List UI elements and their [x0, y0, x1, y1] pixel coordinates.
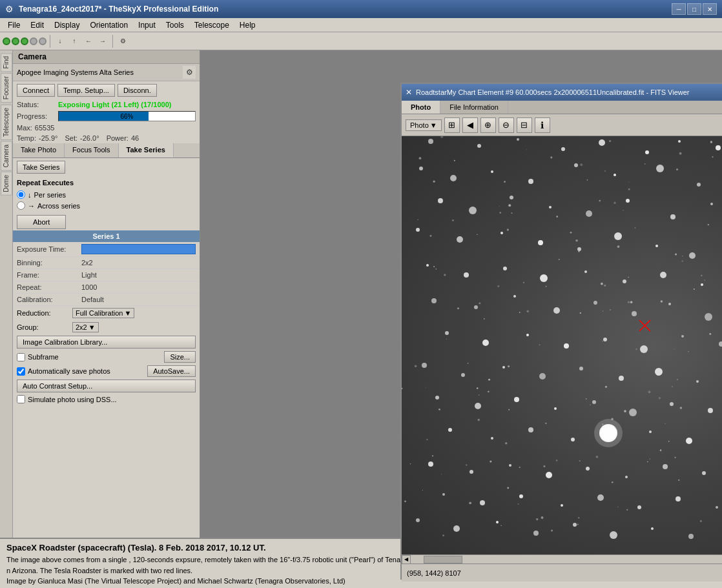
take-series-row: Take Series: [13, 158, 200, 176]
fits-zoom-fit-btn[interactable]: ⊟: [517, 117, 532, 133]
menu-orientation[interactable]: Orientation: [85, 19, 133, 31]
svg-point-286: [570, 232, 572, 234]
svg-point-278: [659, 397, 661, 400]
svg-point-2: [517, 138, 519, 141]
svg-point-319: [504, 181, 506, 183]
power-label: Power:: [107, 134, 129, 142]
scroll-left-arrow[interactable]: ◀: [402, 555, 411, 564]
svg-point-153: [453, 525, 460, 532]
star-field-container[interactable]: [402, 136, 722, 554]
toolbar-down-arrow[interactable]: ↓: [54, 35, 67, 48]
toolbar-up-arrow[interactable]: ↑: [68, 35, 81, 48]
svg-point-41: [538, 240, 543, 245]
subframe-checkbox[interactable]: [17, 353, 25, 361]
toolbar-settings[interactable]: ⚙: [116, 35, 129, 48]
vtab-dome[interactable]: Dome: [1, 172, 12, 196]
svg-point-252: [430, 235, 432, 237]
autosave-checkbox[interactable]: [17, 367, 25, 376]
maximize-button[interactable]: □: [687, 3, 701, 15]
vtab-telescope[interactable]: Telescope: [1, 105, 12, 140]
close-button[interactable]: ✕: [703, 3, 717, 15]
camera-settings-btn[interactable]: ⚙: [183, 66, 196, 79]
minimize-button[interactable]: ─: [672, 3, 686, 15]
fits-dropdown-label: Photo: [410, 121, 429, 129]
svg-point-270: [545, 423, 546, 424]
fits-tab-file-info[interactable]: File Information: [440, 101, 508, 114]
autosave-button[interactable]: AutoSave...: [147, 365, 196, 377]
svg-point-326: [603, 310, 603, 311]
svg-point-208: [682, 256, 683, 256]
frame-value: Light: [81, 271, 97, 279]
svg-point-144: [597, 494, 604, 501]
disconnect-button[interactable]: Disconn.: [118, 84, 157, 97]
exposure-time-input[interactable]: 60: [81, 244, 196, 254]
menu-help[interactable]: Help: [234, 19, 261, 31]
svg-point-176: [628, 277, 629, 278]
vtab-focuser[interactable]: Focuser: [1, 73, 12, 103]
abort-button[interactable]: Abort: [17, 215, 66, 229]
svg-point-309: [477, 387, 479, 389]
progress-label: Progress:: [17, 112, 56, 120]
svg-point-116: [448, 428, 452, 432]
library-button[interactable]: Image Calibration Library...: [17, 336, 196, 349]
fits-title-bar: ✕ RoadtstarMy Chart Element #9 60.000sec…: [402, 84, 722, 101]
menu-tools[interactable]: Tools: [161, 19, 189, 31]
fits-info-btn[interactable]: ℹ: [535, 117, 550, 133]
tab-take-photo[interactable]: Take Photo: [13, 143, 65, 157]
fits-zoom-in-btn[interactable]: ⊕: [480, 117, 496, 133]
svg-point-119: [571, 438, 575, 441]
image-wrapper: ▲ ▼: [402, 136, 722, 554]
scroll-thumb-h[interactable]: [424, 556, 462, 563]
toolbar-left-arrow[interactable]: ←: [82, 35, 95, 48]
svg-point-54: [540, 274, 548, 282]
across-series-radio[interactable]: [17, 201, 25, 210]
fits-zoom-out-btn[interactable]: ⊖: [499, 117, 514, 133]
fits-grid-btn[interactable]: ⊞: [444, 117, 460, 133]
simulate-checkbox[interactable]: [17, 395, 25, 403]
svg-point-177: [710, 141, 713, 143]
fits-viewer-title: RoadtstarMy Chart Element #9 60.000secs …: [416, 88, 722, 96]
menu-edit[interactable]: Edit: [25, 19, 49, 31]
svg-point-178: [526, 149, 527, 150]
svg-point-255: [433, 266, 435, 267]
fits-fit-btn[interactable]: ◀: [462, 117, 478, 133]
svg-point-143: [561, 504, 563, 507]
temp-setup-button[interactable]: Temp. Setup...: [57, 84, 115, 97]
menu-input[interactable]: Input: [133, 19, 161, 31]
status-circle-4: [30, 37, 37, 45]
svg-point-299: [681, 260, 683, 262]
subtabs: Take Photo Focus Tools Take Series: [13, 143, 200, 158]
svg-point-145: [637, 505, 641, 509]
menu-file[interactable]: File: [3, 19, 25, 31]
svg-point-227: [578, 251, 579, 252]
per-series-radio[interactable]: [17, 190, 25, 199]
menu-display[interactable]: Display: [49, 19, 85, 31]
menu-telescope[interactable]: Telescope: [189, 19, 234, 31]
per-series-arrow: ↓: [28, 191, 32, 199]
svg-point-168: [578, 517, 579, 518]
group-dropdown[interactable]: 2x2 ▼: [72, 322, 99, 332]
vtab-camera[interactable]: Camera: [1, 141, 12, 171]
binning-row: Binning: 2x2: [13, 257, 200, 269]
toolbar-right-arrow[interactable]: →: [96, 35, 109, 48]
tab-take-series[interactable]: Take Series: [119, 143, 174, 157]
fits-close-x[interactable]: ✕: [406, 88, 412, 97]
svg-point-147: [716, 506, 718, 509]
status-value: Exposing Light (21 Left) (17/1000): [58, 101, 171, 108]
vtab-find[interactable]: Find: [1, 53, 12, 72]
vertical-tabs: Find Focuser Telescope Camera Dome: [0, 50, 13, 538]
svg-point-337: [519, 312, 521, 313]
svg-point-311: [712, 156, 713, 157]
set-label: Set:: [65, 134, 78, 142]
horizontal-scrollbar[interactable]: ◀ ▶: [402, 555, 722, 563]
take-series-button[interactable]: Take Series: [17, 161, 65, 174]
connect-button[interactable]: Connect: [17, 84, 55, 97]
repeat-row: Repeat: 1000: [13, 281, 200, 294]
reduction-dropdown[interactable]: Full Calibration ▼: [72, 308, 134, 318]
tab-focus-tools[interactable]: Focus Tools: [65, 143, 119, 157]
fits-view-dropdown[interactable]: Photo ▼: [406, 119, 442, 131]
autocontrast-button[interactable]: Auto Contrast Setup...: [17, 380, 196, 392]
svg-point-39: [457, 236, 463, 243]
size-button[interactable]: Size...: [164, 351, 196, 363]
fits-tab-photo[interactable]: Photo: [402, 101, 440, 114]
